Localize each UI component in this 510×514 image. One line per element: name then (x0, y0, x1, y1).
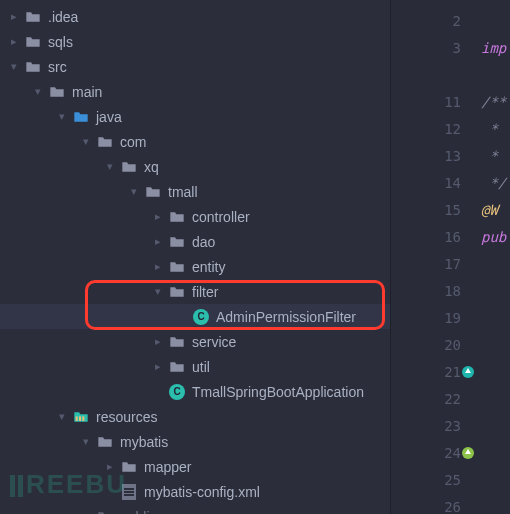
class-icon: C (168, 383, 186, 401)
folder-icon (24, 33, 42, 51)
gutter-line: 18 (391, 278, 461, 305)
tree-item-java[interactable]: ▾ java (0, 104, 390, 129)
tree-item-entity[interactable]: ▸ entity (0, 254, 390, 279)
gutter-line: 23 (391, 413, 461, 440)
folder-icon (24, 58, 42, 76)
tree-label: mybatis (120, 434, 168, 450)
folder-icon (48, 83, 66, 101)
tree-item-mybatis[interactable]: ▾ mybatis (0, 429, 390, 454)
tree-item-src[interactable]: ▾ src (0, 54, 390, 79)
tree-item-resources[interactable]: ▾ resources (0, 404, 390, 429)
chevron-right-icon[interactable]: ▸ (148, 235, 168, 248)
gutter-line: 22 (391, 386, 461, 413)
override-up-icon[interactable] (461, 365, 475, 379)
folder-icon (96, 508, 114, 515)
tree-label: TmallSpringBootApplication (192, 384, 364, 400)
tree-label: filter (192, 284, 218, 300)
tree-item-filter[interactable]: ▾ filter (0, 279, 390, 304)
package-icon (96, 133, 114, 151)
chevron-right-icon[interactable]: ▸ (100, 460, 120, 473)
tree-item-tmall[interactable]: ▾ tmall (0, 179, 390, 204)
tree-item-mybatis-config[interactable]: mybatis-config.xml (0, 479, 390, 504)
gutter-line: 15 (391, 197, 461, 224)
chevron-down-icon[interactable]: ▾ (124, 185, 144, 198)
code-area[interactable]: imp /** * * */ @W pub (481, 0, 510, 514)
tree-label: dao (192, 234, 215, 250)
package-icon (168, 283, 186, 301)
tree-item-mapper[interactable]: ▸ mapper (0, 454, 390, 479)
chevron-down-icon[interactable]: ▾ (76, 135, 96, 148)
folder-icon (120, 458, 138, 476)
tree-label: src (48, 59, 67, 75)
tree-item-sqls[interactable]: ▸ sqls (0, 29, 390, 54)
gutter-line: 14 (391, 170, 461, 197)
tree-label: xq (144, 159, 159, 175)
tree-item-main[interactable]: ▾ main (0, 79, 390, 104)
package-icon (120, 158, 138, 176)
chevron-down-icon[interactable]: ▾ (76, 435, 96, 448)
tree-label: public (120, 509, 157, 515)
chevron-down-icon[interactable]: ▾ (52, 110, 72, 123)
code-keyword: pub (481, 229, 506, 245)
tree-label: util (192, 359, 210, 375)
tree-label: tmall (168, 184, 198, 200)
chevron-right-icon[interactable]: ▸ (148, 210, 168, 223)
project-tree-panel[interactable]: ▸ .idea ▸ sqls ▾ src ▾ main ▾ java ▾ (0, 0, 391, 514)
chevron-right-icon[interactable]: ▸ (148, 360, 168, 373)
tree-label: entity (192, 259, 225, 275)
tree-label: AdminPermissionFilter (216, 309, 356, 325)
code-comment: * (481, 143, 510, 170)
tree-label: com (120, 134, 146, 150)
class-icon: C (192, 308, 210, 326)
tree-item-service[interactable]: ▸ service (0, 329, 390, 354)
tree-item-idea[interactable]: ▸ .idea (0, 4, 390, 29)
tree-item-controller[interactable]: ▸ controller (0, 204, 390, 229)
tree-label: java (96, 109, 122, 125)
chevron-down-icon[interactable]: ▾ (52, 410, 72, 423)
gutter-line (391, 62, 461, 89)
override-up-icon[interactable] (461, 446, 475, 460)
gutter-line: 13 (391, 143, 461, 170)
chevron-right-icon[interactable]: ▸ (148, 260, 168, 273)
package-icon (168, 358, 186, 376)
gutter-line: 26 (391, 494, 461, 514)
chevron-right-icon[interactable]: ▸ (76, 510, 96, 514)
code-keyword: imp (481, 40, 506, 56)
gutter-line: 17 (391, 251, 461, 278)
chevron-down-icon[interactable]: ▾ (28, 85, 48, 98)
code-comment: */ (481, 170, 510, 197)
line-gutter: 2 3 11 12 13 14 15 16 17 18 19 20 21 22 … (391, 0, 481, 514)
resources-folder-icon (72, 408, 90, 426)
chevron-right-icon[interactable]: ▸ (4, 10, 24, 23)
gutter-line: 19 (391, 305, 461, 332)
gutter-line: 2 (391, 8, 461, 35)
xml-file-icon (120, 483, 138, 501)
svg-rect-0 (76, 416, 78, 421)
chevron-down-icon[interactable]: ▾ (4, 60, 24, 73)
gutter-line: 24 (391, 440, 461, 467)
tree-item-admin-permission-filter[interactable]: C AdminPermissionFilter (0, 304, 390, 329)
svg-rect-1 (79, 416, 81, 421)
gutter-line: 21 (391, 359, 461, 386)
tree-item-app-class[interactable]: C TmallSpringBootApplication (0, 379, 390, 404)
tree-label: mapper (144, 459, 191, 475)
tree-item-public[interactable]: ▸ public (0, 504, 390, 514)
tree-item-dao[interactable]: ▸ dao (0, 229, 390, 254)
package-icon (168, 208, 186, 226)
gutter-line: 3 (391, 35, 461, 62)
package-icon (144, 183, 162, 201)
gutter-line: 16 (391, 224, 461, 251)
package-icon (168, 258, 186, 276)
tree-item-com[interactable]: ▾ com (0, 129, 390, 154)
chevron-right-icon[interactable]: ▸ (4, 35, 24, 48)
tree-item-util[interactable]: ▸ util (0, 354, 390, 379)
tree-item-xq[interactable]: ▾ xq (0, 154, 390, 179)
chevron-down-icon[interactable]: ▾ (100, 160, 120, 173)
chevron-right-icon[interactable]: ▸ (148, 335, 168, 348)
gutter-line: 25 (391, 467, 461, 494)
svg-rect-2 (82, 416, 84, 421)
code-comment: /** (481, 89, 510, 116)
editor-panel[interactable]: 2 3 11 12 13 14 15 16 17 18 19 20 21 22 … (391, 0, 510, 514)
tree-label: .idea (48, 9, 78, 25)
chevron-down-icon[interactable]: ▾ (148, 285, 168, 298)
